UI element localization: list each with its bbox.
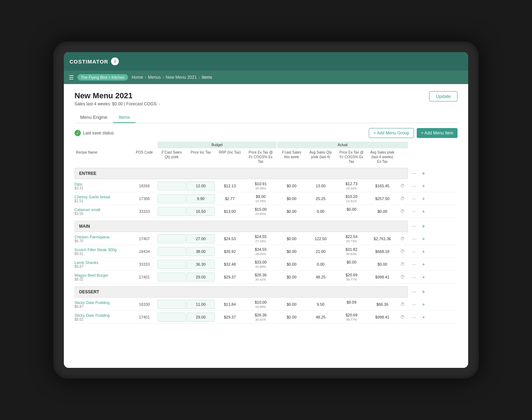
dots-btn-cheesy[interactable]: ··· bbox=[409, 196, 419, 201]
fcast-qty-input-cheesy[interactable] bbox=[157, 194, 186, 203]
price-inc-input-dips[interactable] bbox=[187, 181, 215, 190]
avg-qty-sticky2: 48.25 bbox=[306, 315, 335, 319]
fcast-qty-input-chicken[interactable] bbox=[157, 234, 186, 243]
recipe-cost-chicken: $6.70 bbox=[74, 239, 131, 243]
history-btn-calamari[interactable]: ⏱ bbox=[397, 209, 408, 214]
fcast-sales-steak: $0.00 bbox=[277, 249, 306, 254]
recipe-name-chicken[interactable]: Chicken Parmigiana bbox=[74, 235, 131, 239]
plus-btn-sticky1[interactable]: + bbox=[420, 302, 427, 307]
avg-sales-calamari: $0.00 bbox=[368, 209, 397, 214]
fcast-qty-input-sticky1[interactable] bbox=[157, 300, 186, 309]
hamburger-icon[interactable]: ☰ bbox=[69, 74, 74, 81]
history-btn-sticky2[interactable]: ⏱ bbox=[397, 315, 408, 320]
col-avg-sales: Avg Sales p/wk (last 4 weeks) Ex Tax bbox=[368, 149, 397, 165]
recipe-name-wagyu[interactable]: Wagyu Beef Burger bbox=[74, 273, 131, 277]
tab-items[interactable]: Items bbox=[113, 112, 136, 123]
plus-btn-cheesy[interactable]: + bbox=[420, 196, 427, 201]
history-btn-wagyu[interactable]: ⏱ bbox=[397, 275, 408, 280]
price-inc-input-calamari[interactable] bbox=[187, 207, 215, 216]
plus-btn-steak[interactable]: + bbox=[420, 249, 427, 254]
recipe-name-sticky1[interactable]: Sticky Date Pudding bbox=[74, 300, 131, 305]
recipe-name-sticky2[interactable]: Sticky Date Pudding bbox=[74, 313, 131, 317]
dots-btn-dips[interactable]: ··· bbox=[409, 183, 419, 189]
group-dots-entree[interactable]: ··· bbox=[409, 170, 419, 177]
recipe-name-dips[interactable]: Dips bbox=[74, 182, 131, 186]
group-plus-main[interactable]: + bbox=[420, 223, 427, 230]
dots-btn-lamb[interactable]: ··· bbox=[409, 261, 419, 267]
price-inc-input-lamb[interactable] bbox=[187, 260, 215, 269]
fcast-qty-input-dips[interactable] bbox=[157, 181, 186, 190]
history-btn-steak[interactable]: ⏱ bbox=[397, 249, 408, 254]
price-inc-input-wagyu[interactable] bbox=[187, 272, 215, 282]
price-inc-input-chicken[interactable] bbox=[187, 234, 215, 243]
price-inc-input-steak[interactable] bbox=[187, 247, 215, 256]
logo-icon: i bbox=[111, 57, 119, 65]
history-btn-cheesy[interactable]: ⏱ bbox=[397, 196, 408, 201]
recipe-name-lamb[interactable]: Lamb Shanks bbox=[74, 260, 131, 265]
group-row-dessert: DESSERT ··· + bbox=[74, 286, 458, 298]
tab-menu-engine[interactable]: Menu Engine bbox=[74, 112, 113, 123]
fcast-qty-input-steak[interactable] bbox=[157, 247, 186, 256]
breadcrumb: Home › Menus › New Menu 2021 › Items bbox=[132, 75, 212, 80]
recipe-name-steak[interactable]: Scotch Fillet Steak 300g bbox=[74, 248, 131, 252]
history-btn-lamb[interactable]: ⏱ bbox=[397, 262, 408, 267]
recipe-cost-sticky2: $8.02 bbox=[74, 317, 131, 321]
group-header-main: MAIN bbox=[74, 221, 408, 232]
avg-qty-chicken: 122.50 bbox=[306, 237, 335, 241]
recipe-name-cheesy[interactable]: Cheesy Garlic bread bbox=[74, 195, 131, 199]
budget-group-header: Budget bbox=[157, 142, 277, 148]
col-price-ex-actual: Price Ex Tax @ Fc COGS% Ex Tax bbox=[336, 149, 367, 165]
history-btn-sticky1[interactable]: ⏱ bbox=[397, 302, 408, 307]
add-menu-item-button[interactable]: + Add Menu Item bbox=[417, 128, 458, 138]
price-inc-input-sticky1[interactable] bbox=[187, 300, 215, 309]
tablet-screen: COSTIMATOR i ☰ The Flying Bird > Kitchen… bbox=[64, 52, 468, 368]
fcast-qty-input-lamb[interactable] bbox=[157, 260, 186, 269]
col-price-ex-budget: Price Ex Tax @ Fc COGS% Ex Tax bbox=[245, 149, 277, 165]
plus-btn-calamari[interactable]: + bbox=[420, 209, 427, 214]
col-dots bbox=[409, 149, 419, 165]
recipe-cost-lamb: $8.87 bbox=[74, 265, 131, 269]
group-dots-main[interactable]: ··· bbox=[409, 223, 419, 230]
group-plus-dessert[interactable]: + bbox=[420, 289, 427, 295]
recipe-cost-steak: $9.81 bbox=[74, 252, 131, 256]
fcast-qty-input-wagyu[interactable] bbox=[157, 272, 186, 282]
price-inc-input-cheesy[interactable] bbox=[187, 194, 215, 203]
table-row: Calamari small $3.55 33333 $13.00 $15.00… bbox=[74, 205, 458, 218]
location-badge[interactable]: The Flying Bird > Kitchen bbox=[77, 74, 128, 81]
price-inc-input-sticky2[interactable] bbox=[187, 313, 215, 322]
avg-sales-dips: $165.45 bbox=[368, 184, 397, 188]
dots-btn-steak[interactable]: ··· bbox=[409, 249, 419, 254]
fcast-qty-input-sticky2[interactable] bbox=[157, 313, 186, 322]
add-menu-group-button[interactable]: + Add Menu Group bbox=[369, 128, 414, 138]
plus-btn-chicken[interactable]: + bbox=[420, 236, 427, 242]
price-ex-actual-cheesy: $10.2014.81% bbox=[336, 194, 367, 203]
price-ex-actual-dips: $12.7326.04% bbox=[336, 182, 367, 190]
plus-btn-lamb[interactable]: + bbox=[420, 261, 427, 267]
dots-btn-chicken[interactable]: ··· bbox=[409, 236, 419, 242]
dots-btn-sticky2[interactable]: ··· bbox=[409, 314, 419, 320]
plus-btn-sticky2[interactable]: + bbox=[420, 314, 427, 320]
plus-btn-wagyu[interactable]: + bbox=[420, 274, 427, 280]
col-rrp: RRP (Inc Tax) bbox=[216, 149, 244, 165]
plus-btn-dips[interactable]: + bbox=[420, 183, 427, 189]
app-name: COSTIMATOR bbox=[70, 59, 108, 65]
group-dots-dessert[interactable]: ··· bbox=[409, 289, 419, 295]
dots-btn-calamari[interactable]: ··· bbox=[409, 209, 419, 214]
pos-code-wagyu: 17401 bbox=[132, 275, 157, 279]
pos-code-dips: 18266 bbox=[132, 184, 157, 188]
recipe-name-calamari[interactable]: Calamari small bbox=[74, 208, 131, 212]
fcast-qty-input-calamari[interactable] bbox=[157, 207, 186, 216]
update-button[interactable]: Update bbox=[429, 91, 458, 101]
table-row: Sticky Date Pudding $8.87 18330 $11.84 $… bbox=[74, 298, 458, 311]
table-row: Lamb Shanks $8.87 33333 $32.48 $33.0026.… bbox=[74, 258, 458, 271]
group-plus-entree[interactable]: + bbox=[420, 170, 427, 177]
dots-btn-sticky1[interactable]: ··· bbox=[409, 302, 419, 307]
price-ex-fc-calamari: $15.0023.66% bbox=[245, 207, 277, 216]
avg-sales-steak: $668.18 bbox=[368, 249, 397, 254]
avg-sales-lamb: $0.00 bbox=[368, 262, 397, 266]
fcast-sales-calamari: $0.00 bbox=[277, 209, 306, 214]
history-btn-chicken[interactable]: ⏱ bbox=[397, 236, 408, 241]
history-btn-dips[interactable]: ⏱ bbox=[397, 183, 408, 188]
dots-btn-wagyu[interactable]: ··· bbox=[409, 274, 419, 280]
avg-qty-steak: 21.00 bbox=[306, 249, 335, 254]
